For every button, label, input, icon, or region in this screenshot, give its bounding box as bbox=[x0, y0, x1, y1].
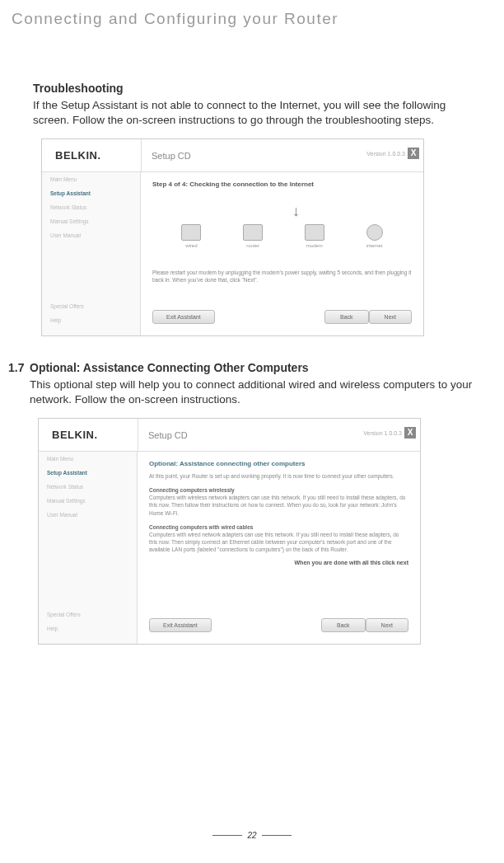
sidebar-item-manual[interactable]: Manual Settings bbox=[42, 214, 140, 228]
sidebar-item-status[interactable]: Network Status bbox=[42, 200, 140, 214]
sidebar-item-main[interactable]: Main Menu bbox=[42, 172, 140, 186]
back-button[interactable]: Back bbox=[321, 618, 366, 632]
sidebar-item-setup[interactable]: Setup Assistant bbox=[39, 466, 137, 480]
back-button[interactable]: Back bbox=[324, 310, 369, 324]
sidebar: Main Menu Setup Assistant Network Status… bbox=[39, 452, 138, 644]
arrow-down-icon: ↓ bbox=[292, 203, 300, 220]
section-1-7: 1.7 Optional: Assistance Connecting Othe… bbox=[23, 361, 479, 653]
step-title: Step 4 of 4: Checking the connection to … bbox=[152, 181, 412, 188]
instruction-text: Please restart your modem by unplugging … bbox=[152, 270, 412, 284]
sidebar-item-offers[interactable]: Special Offers bbox=[42, 299, 140, 313]
next-button[interactable]: Next bbox=[366, 618, 408, 632]
connection-diagram: ↓ wired router bbox=[152, 203, 412, 265]
sidebar-item-usermanual[interactable]: User Manual bbox=[39, 508, 137, 522]
page-header: Connecting and Configuring your Router bbox=[0, 0, 504, 28]
done-instruction: When you are done with all this click ne… bbox=[149, 560, 408, 565]
sidebar-item-help[interactable]: Help bbox=[39, 621, 137, 636]
sidebar-item-offers[interactable]: Special Offers bbox=[39, 607, 137, 621]
troubleshooting-screenshot: BELKIN. Setup CD Version 1.0.0.3 X Main … bbox=[41, 138, 424, 336]
troubleshooting-section: Troubleshooting If the Setup Assistant i… bbox=[23, 82, 479, 336]
troubleshooting-title: Troubleshooting bbox=[33, 82, 479, 95]
sidebar: Main Menu Setup Assistant Network Status… bbox=[42, 172, 141, 335]
optional-screenshot: BELKIN. Setup CD Version 1.0.0.3 X Main … bbox=[38, 418, 421, 645]
version-label: Version 1.0.0.3 bbox=[366, 151, 405, 157]
setup-cd-title: Setup CD bbox=[142, 139, 191, 171]
wired-text: Computers with wired network adapters ca… bbox=[149, 532, 399, 552]
sidebar-item-main[interactable]: Main Menu bbox=[39, 452, 137, 466]
globe-icon bbox=[366, 224, 383, 241]
computer-icon bbox=[181, 224, 201, 241]
belkin-logo: BELKIN. bbox=[42, 139, 141, 171]
device-wired-label: wired bbox=[185, 243, 197, 248]
sidebar-item-manual[interactable]: Manual Settings bbox=[39, 494, 137, 508]
para-intro: At this point, your Router is set up and… bbox=[149, 472, 408, 480]
page-number: 22 bbox=[242, 831, 261, 840]
setup-cd-title: Setup CD bbox=[138, 419, 188, 451]
sidebar-item-status[interactable]: Network Status bbox=[39, 480, 137, 494]
device-router-label: router bbox=[246, 243, 259, 248]
sidebar-item-usermanual[interactable]: User Manual bbox=[42, 228, 140, 242]
wireless-heading: Connecting computers wirelessly bbox=[149, 487, 235, 493]
device-internet-label: internet bbox=[366, 243, 383, 248]
close-icon[interactable]: X bbox=[408, 148, 419, 159]
troubleshooting-body: If the Setup Assistant is not able to co… bbox=[33, 98, 479, 127]
version-label: Version 1.0.0.3 bbox=[363, 430, 402, 436]
modem-icon bbox=[305, 224, 324, 241]
router-icon bbox=[243, 224, 263, 241]
exit-button[interactable]: Exit Assistant bbox=[149, 618, 212, 632]
close-icon[interactable]: X bbox=[404, 427, 416, 439]
exit-button[interactable]: Exit Assistant bbox=[152, 310, 215, 324]
page-number-container: 22 bbox=[0, 831, 504, 840]
section-1-7-body: This optional step will help you to conn… bbox=[30, 378, 479, 406]
section-number: 1.7 bbox=[8, 361, 30, 374]
sidebar-item-help[interactable]: Help bbox=[42, 313, 140, 327]
wired-heading: Connecting computers with wired cables bbox=[149, 524, 253, 530]
belkin-logo: BELKIN. bbox=[39, 419, 138, 451]
next-button[interactable]: Next bbox=[369, 310, 412, 324]
section-1-7-title: Optional: Assistance Connecting Other Co… bbox=[30, 361, 479, 374]
optional-title: Optional: Assistance connecting other co… bbox=[149, 460, 408, 467]
device-modem-label: modem bbox=[306, 243, 323, 248]
sidebar-item-setup[interactable]: Setup Assistant bbox=[42, 186, 140, 200]
wireless-text: Computers with wireless network adapters… bbox=[149, 495, 405, 515]
